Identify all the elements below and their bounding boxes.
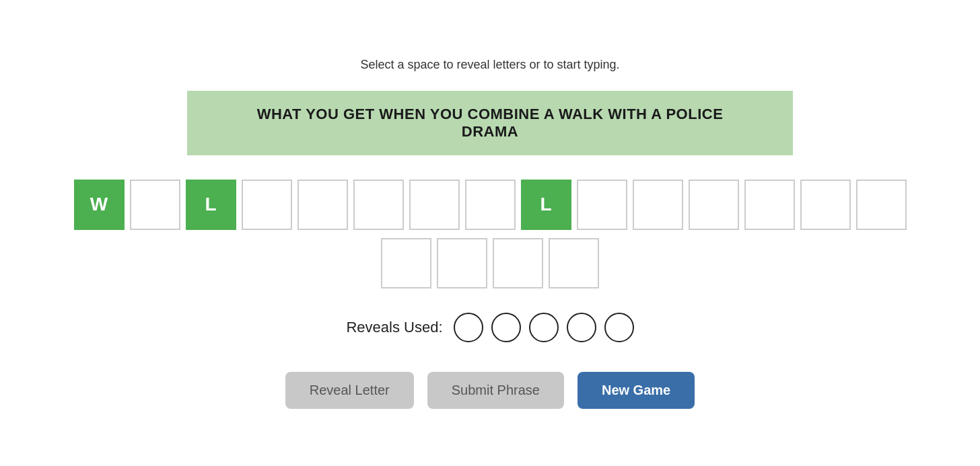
letter-cell-row2-0[interactable]: [381, 238, 431, 288]
letter-cell-row1-1[interactable]: [130, 180, 180, 230]
letter-cell-row1-0[interactable]: W: [74, 180, 125, 230]
reveals-section: Reveals Used:: [346, 313, 633, 342]
letter-cell-row1-4[interactable]: [298, 180, 348, 230]
reveal-circle-2: [529, 313, 559, 342]
letter-cell-row1-3[interactable]: [242, 180, 292, 230]
instruction-text: Select a space to reveal letters or to s…: [360, 58, 619, 72]
reveal-circle-1: [491, 313, 521, 342]
letter-cell-row1-6[interactable]: [409, 180, 460, 230]
letter-cell-row1-8[interactable]: L: [521, 180, 571, 230]
buttons-row: Reveal Letter Submit Phrase New Game: [285, 372, 695, 409]
letter-cell-row1-10[interactable]: [633, 180, 683, 230]
reveal-circle-0: [454, 313, 483, 342]
clue-box: WHAT YOU GET WHEN YOU COMBINE A WALK WIT…: [187, 91, 793, 155]
reveals-label: Reveals Used:: [346, 319, 442, 336]
letter-cell-row2-2[interactable]: [493, 238, 543, 288]
letter-cell-row2-1[interactable]: [437, 238, 487, 288]
letter-cell-row1-13[interactable]: [800, 180, 851, 230]
letter-cell-row1-14[interactable]: [856, 180, 907, 230]
game-container: Select a space to reveal letters or to s…: [0, 58, 980, 409]
reveals-circles: [454, 313, 634, 342]
letter-cell-row1-12[interactable]: [744, 180, 795, 230]
letter-cell-row1-11[interactable]: [689, 180, 739, 230]
letter-cell-row2-3[interactable]: [549, 238, 599, 288]
new-game-button[interactable]: New Game: [578, 372, 695, 409]
submit-phrase-button[interactable]: Submit Phrase: [427, 372, 564, 409]
letter-cell-row1-2[interactable]: L: [186, 180, 236, 230]
reveal-circle-4: [604, 313, 634, 342]
letter-row-2: [381, 238, 599, 288]
letter-cell-row1-7[interactable]: [465, 180, 516, 230]
letter-cell-row1-9[interactable]: [577, 180, 627, 230]
reveal-circle-3: [567, 313, 596, 342]
clue-text: WHAT YOU GET WHEN YOU COMBINE A WALK WIT…: [257, 106, 724, 140]
reveal-letter-button[interactable]: Reveal Letter: [285, 372, 414, 409]
letter-row-1: WLL: [74, 180, 907, 230]
letter-rows: WLL: [74, 180, 907, 288]
letter-cell-row1-5[interactable]: [353, 180, 404, 230]
